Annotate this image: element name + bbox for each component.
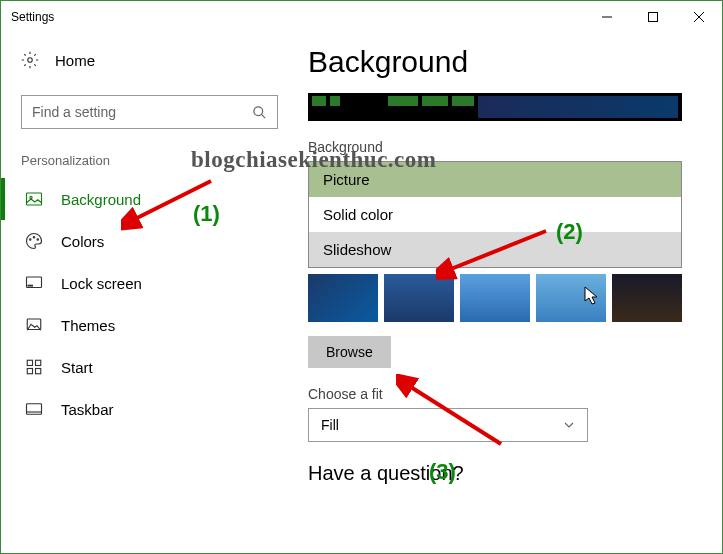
settings-window: Settings Home Find a setting Personaliza… — [0, 0, 723, 554]
page-title: Background — [308, 45, 682, 79]
gear-icon — [21, 51, 39, 69]
svg-rect-15 — [27, 360, 32, 365]
sidebar: Home Find a setting Personalization Back… — [1, 33, 298, 553]
maximize-button[interactable] — [630, 1, 676, 33]
sidebar-item-taskbar[interactable]: Taskbar — [1, 388, 298, 430]
close-button[interactable] — [676, 1, 722, 33]
start-icon — [25, 358, 43, 376]
fit-dropdown[interactable]: Fill — [308, 408, 588, 442]
taskbar-icon — [25, 400, 43, 418]
sidebar-item-label: Colors — [61, 233, 104, 250]
search-placeholder: Find a setting — [32, 104, 252, 120]
svg-rect-16 — [36, 360, 41, 365]
sidebar-item-lockscreen[interactable]: Lock screen — [1, 262, 298, 304]
option-slideshow[interactable]: Slideshow — [309, 232, 681, 267]
thumbnail[interactable] — [536, 274, 606, 322]
titlebar: Settings — [1, 1, 722, 33]
thumbnail[interactable] — [384, 274, 454, 322]
lockscreen-icon — [25, 274, 43, 292]
background-dropdown[interactable]: Picture Solid color Slideshow — [308, 161, 682, 268]
sidebar-item-background[interactable]: Background — [1, 178, 298, 220]
sidebar-item-label: Lock screen — [61, 275, 142, 292]
fit-label: Choose a fit — [308, 386, 682, 402]
picture-icon — [25, 190, 43, 208]
sidebar-item-label: Themes — [61, 317, 115, 334]
desktop-preview — [308, 93, 682, 121]
main-panel: Background Background Picture Solid colo… — [298, 33, 722, 553]
svg-point-4 — [28, 58, 33, 63]
svg-rect-1 — [649, 13, 658, 22]
question-heading: Have a question? — [308, 462, 682, 485]
svg-rect-19 — [27, 404, 42, 415]
sidebar-item-label: Start — [61, 359, 93, 376]
chevron-down-icon — [563, 419, 575, 431]
search-input[interactable]: Find a setting — [21, 95, 278, 129]
sidebar-item-start[interactable]: Start — [1, 346, 298, 388]
sidebar-item-colors[interactable]: Colors — [1, 220, 298, 262]
picture-thumbnails — [308, 274, 682, 322]
svg-point-11 — [37, 239, 39, 241]
minimize-button[interactable] — [584, 1, 630, 33]
svg-rect-13 — [28, 285, 33, 286]
thumbnail[interactable] — [308, 274, 378, 322]
home-link[interactable]: Home — [1, 45, 298, 85]
option-solid-color[interactable]: Solid color — [309, 197, 681, 232]
svg-line-6 — [261, 114, 265, 118]
home-label: Home — [55, 52, 95, 69]
option-picture[interactable]: Picture — [309, 162, 681, 197]
svg-rect-7 — [27, 193, 42, 205]
svg-rect-17 — [27, 369, 32, 374]
svg-point-10 — [33, 237, 35, 239]
category-label: Personalization — [1, 153, 298, 178]
palette-icon — [25, 232, 43, 250]
svg-rect-18 — [36, 369, 41, 374]
browse-button[interactable]: Browse — [308, 336, 391, 368]
fit-value: Fill — [321, 417, 339, 433]
sidebar-item-label: Taskbar — [61, 401, 114, 418]
themes-icon — [25, 316, 43, 334]
thumbnail[interactable] — [612, 274, 682, 322]
window-title: Settings — [11, 10, 54, 24]
thumbnail[interactable] — [460, 274, 530, 322]
svg-point-5 — [254, 106, 263, 115]
sidebar-item-label: Background — [61, 191, 141, 208]
search-icon — [252, 105, 267, 120]
svg-point-9 — [30, 239, 32, 241]
sidebar-item-themes[interactable]: Themes — [1, 304, 298, 346]
background-label: Background — [308, 139, 682, 155]
